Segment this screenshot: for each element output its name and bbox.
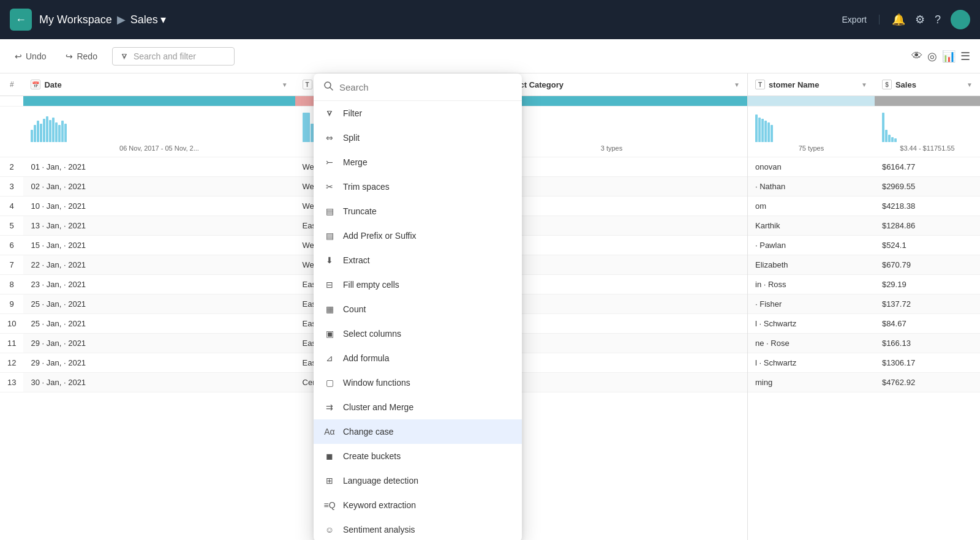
dropdown-item-label-merge: Merge <box>343 157 368 167</box>
chart-bar <box>771 125 773 142</box>
row-number-header: # <box>0 73 23 96</box>
row-number-cell: 10 <box>0 314 23 334</box>
date-cell: 10 · Jan, · 2021 <box>23 197 295 216</box>
dropdown-item-label-fill-empty: Fill empty cells <box>343 280 399 290</box>
dropdown-item-count[interactable]: ▦ Count <box>314 297 522 321</box>
chart-row-num <box>0 107 23 157</box>
row-number-cell: 5 <box>0 216 23 236</box>
date-sort-icon[interactable]: ▼ <box>282 81 288 88</box>
sales-cell: $4762.92 <box>875 373 980 392</box>
sentiment-icon: ☺ <box>323 523 336 536</box>
right-table-body: onovan $6164.77 · Nathan $2969.55 om $42… <box>748 157 980 392</box>
dropdown-search-input[interactable] <box>339 82 512 92</box>
settings-icon[interactable]: ⚙ <box>915 13 925 26</box>
sales-sort-icon[interactable]: ▼ <box>967 81 973 88</box>
customer-cell: · Pawlan <box>748 236 875 255</box>
row-number-cell: 3 <box>0 177 23 197</box>
sales-cell: $2969.55 <box>875 177 980 197</box>
dropdown-item-fill-empty[interactable]: ⊟ Fill empty cells <box>314 272 522 297</box>
chart-bar <box>52 118 55 142</box>
user-avatar[interactable] <box>951 10 970 29</box>
dropdown-item-label-create-buckets: Create buckets <box>343 451 401 461</box>
customer-sort-icon[interactable]: ▼ <box>861 81 867 88</box>
dropdown-item-prefix-suffix[interactable]: ▤ Add Prefix or Suffix <box>314 223 522 248</box>
path-separator: ▶ <box>117 13 126 26</box>
view-icon[interactable]: 👁 <box>911 50 922 62</box>
date-cell: 23 · Jan, · 2021 <box>23 275 295 294</box>
sales-cell: $524.1 <box>875 236 980 255</box>
dropdown-item-change-case[interactable]: Aα Change case <box>314 419 522 444</box>
dropdown-item-label-trim: Trim spaces <box>343 182 390 192</box>
list-icon[interactable]: ☰ <box>960 50 970 63</box>
toolbar: ↩ Undo ↪ Redo ⛛ Search and filter 👁 ◎ 📊 … <box>0 39 980 73</box>
back-button[interactable]: ← <box>10 9 32 31</box>
dropdown-item-sentiment-analysis[interactable]: ☺ Sentiment analysis <box>314 517 522 540</box>
filter-funnel-icon: ⛛ <box>120 51 129 61</box>
dropdown-search-icon <box>323 81 333 93</box>
date-cell: 25 · Jan, · 2021 <box>23 294 295 314</box>
dropdown-item-truncate[interactable]: ▤ Truncate <box>314 199 522 223</box>
customer-cell: onovan <box>748 157 875 177</box>
dropdown-item-extract[interactable]: ⬇ Extract <box>314 248 522 272</box>
region-type-icon: T <box>303 80 312 89</box>
dropdown-item-keyword-extraction[interactable]: ≡Q Keyword extraction <box>314 493 522 517</box>
chart-bar <box>885 130 888 142</box>
customer-type-icon: T <box>755 80 765 89</box>
dropdown-item-create-buckets[interactable]: ◼ Create buckets <box>314 444 522 468</box>
customer-cell: ming <box>748 373 875 392</box>
date-type-icon: 📅 <box>31 80 40 89</box>
dropdown-item-label-filter: Filter <box>343 108 362 118</box>
date-column-header[interactable]: 📅 Date ▼ <box>23 73 295 96</box>
dropdown-item-filter[interactable]: ⛛ Filter <box>314 101 522 126</box>
right-table-row: · Pawlan $524.1 <box>748 236 980 255</box>
category-sort-icon[interactable]: ▼ <box>734 81 740 88</box>
workspace-path: My Workspace ▶ Sales ▾ <box>39 13 166 26</box>
dropdown-item-label-language-detection: Language detection <box>343 476 418 486</box>
project-label: Sales <box>130 13 158 26</box>
dropdown-item-language-detection[interactable]: ⊞ Language detection <box>314 468 522 493</box>
count-icon: ▦ <box>323 303 336 315</box>
chart-bar <box>891 137 894 142</box>
sales-cell: $166.13 <box>875 334 980 353</box>
row-number-cell: 12 <box>0 353 23 373</box>
search-filter-button[interactable]: ⛛ Search and filter <box>112 47 235 66</box>
sales-column-header[interactable]: $ Sales ▼ <box>875 73 980 96</box>
svg-line-1 <box>330 88 333 90</box>
dropdown-item-cluster-merge[interactable]: ⇉ Cluster and Merge <box>314 395 522 419</box>
dropdown-item-split[interactable]: ⇔ Split <box>314 126 522 150</box>
notifications-icon[interactable]: 🔔 <box>892 13 905 26</box>
dropdown-item-label-keyword-extraction: Keyword extraction <box>343 500 416 510</box>
undo-button[interactable]: ↩ Undo <box>10 48 51 65</box>
row-number-cell: 11 <box>0 334 23 353</box>
chart-icon[interactable]: 📊 <box>942 50 956 63</box>
date-mini-chart <box>31 111 287 142</box>
customer-cell: in · Ross <box>748 275 875 294</box>
redo-button[interactable]: ↪ Redo <box>61 48 102 65</box>
dropdown-item-merge[interactable]: ⤚ Merge <box>314 150 522 174</box>
dropdown-item-add-formula[interactable]: ⊿ Add formula <box>314 346 522 370</box>
dropdown-item-select-columns[interactable]: ▣ Select columns <box>314 321 522 346</box>
chart-bar <box>758 118 761 142</box>
customer-chart-cell: 75 types <box>748 107 875 157</box>
dropdown-item-label-count: Count <box>343 304 366 314</box>
split-icon: ⇔ <box>323 132 336 144</box>
dropdown-item-trim[interactable]: ✂ Trim spaces <box>314 174 522 199</box>
select-icon: ▣ <box>323 328 336 340</box>
sales-bar <box>875 96 980 107</box>
dropdown-item-label-window-functions: Window functions <box>343 378 410 388</box>
right-table-row: ming $4762.92 <box>748 373 980 392</box>
row-number-cell: 6 <box>0 236 23 255</box>
row-number-cell: 13 <box>0 373 23 392</box>
app-header: ← My Workspace ▶ Sales ▾ Export 🔔 ⚙ ? <box>0 0 980 39</box>
project-name[interactable]: Sales ▾ <box>130 13 166 26</box>
export-area: Export <box>842 15 880 24</box>
customer-mini-chart <box>755 111 867 142</box>
target-icon[interactable]: ◎ <box>927 50 937 63</box>
truncate-icon: ▤ <box>323 205 336 217</box>
dropdown-item-window-functions[interactable]: ▢ Window functions <box>314 370 522 395</box>
redo-icon: ↪ <box>66 51 73 61</box>
customer-column-header[interactable]: T stomer Name ▼ <box>748 73 875 96</box>
date-cell: 29 · Jan, · 2021 <box>23 334 295 353</box>
help-icon[interactable]: ? <box>935 13 941 26</box>
export-button[interactable]: Export <box>842 15 867 24</box>
